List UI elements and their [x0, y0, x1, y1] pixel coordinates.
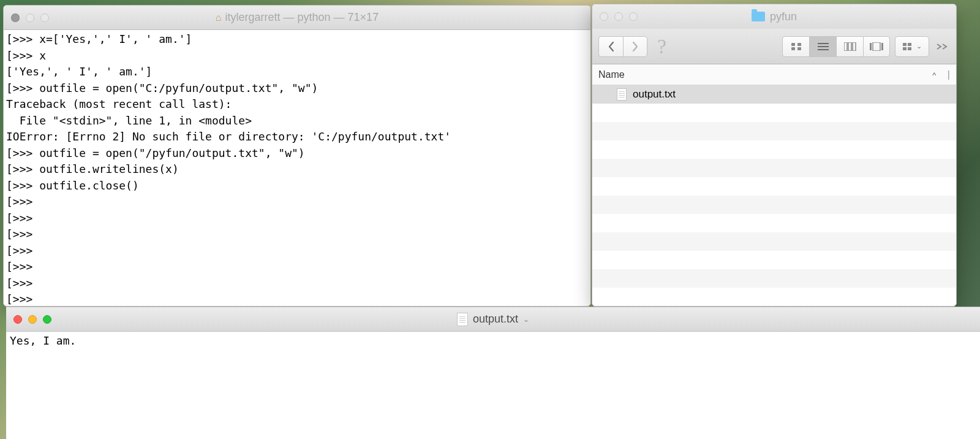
chevron-down-icon[interactable]: ⌄ — [523, 315, 529, 324]
forward-button[interactable] — [623, 36, 647, 57]
svg-rect-15 — [903, 47, 907, 50]
empty-row — [592, 232, 956, 251]
minimize-button[interactable] — [614, 12, 623, 21]
svg-rect-16 — [908, 47, 911, 50]
empty-row — [592, 104, 956, 122]
empty-row — [592, 122, 956, 140]
finder-title-text: pyfun — [770, 10, 797, 23]
terminal-body[interactable]: [>>> x=['Yes,',' I', ' am.'] [>>> x ['Ye… — [4, 30, 590, 306]
empty-row — [592, 177, 956, 196]
textedit-window: output.txt ⌄ Yes, I am. — [6, 307, 980, 439]
more-button[interactable] — [934, 36, 950, 57]
svg-rect-2 — [791, 47, 795, 50]
terminal-title-text: itylergarrett — python — 71×17 — [225, 11, 379, 24]
svg-rect-10 — [870, 43, 872, 50]
finder-column-header[interactable]: Name ^ | — [592, 64, 956, 85]
empty-row — [592, 269, 956, 288]
nav-group — [598, 36, 647, 57]
empty-row — [592, 214, 956, 232]
traffic-lights — [11, 13, 49, 22]
svg-rect-13 — [903, 43, 907, 46]
traffic-lights — [13, 315, 51, 324]
zoom-button[interactable] — [629, 12, 638, 21]
svg-rect-6 — [818, 49, 829, 50]
close-button[interactable] — [11, 13, 20, 22]
svg-rect-12 — [881, 43, 883, 50]
terminal-titlebar[interactable]: ⌂ itylergarrett — python — 71×17 — [4, 6, 590, 30]
file-row[interactable]: output.txt — [592, 85, 956, 104]
finder-titlebar[interactable]: pyfun — [592, 4, 956, 29]
close-button[interactable] — [600, 12, 608, 21]
home-icon: ⌂ — [216, 12, 222, 23]
svg-rect-9 — [853, 42, 856, 51]
file-name: output.txt — [633, 88, 676, 101]
terminal-window: ⌂ itylergarrett — python — 71×17 [>>> x=… — [3, 5, 591, 307]
terminal-title: ⌂ itylergarrett — python — 71×17 — [4, 11, 590, 24]
document-icon — [617, 88, 627, 101]
textedit-title-text: output.txt — [473, 313, 518, 326]
textedit-titlebar[interactable]: output.txt ⌄ — [6, 307, 980, 332]
view-mode-group — [782, 36, 890, 57]
textedit-body[interactable]: Yes, I am. — [6, 332, 980, 439]
svg-rect-1 — [797, 43, 801, 46]
traffic-lights — [600, 12, 638, 21]
textedit-content: Yes, I am. — [10, 334, 76, 347]
svg-rect-11 — [873, 42, 880, 51]
empty-row — [592, 159, 956, 177]
sort-indicator: ^ | — [932, 69, 950, 80]
document-icon — [457, 313, 468, 326]
arrange-button[interactable]: ⌄ — [895, 36, 929, 57]
svg-rect-5 — [818, 46, 829, 47]
svg-rect-8 — [848, 42, 851, 51]
svg-rect-0 — [791, 43, 795, 46]
column-view-button[interactable] — [836, 36, 863, 57]
minimize-button[interactable] — [26, 13, 34, 22]
svg-rect-3 — [797, 47, 801, 50]
zoom-button[interactable] — [43, 315, 51, 324]
finder-window: pyfun ? — [592, 4, 957, 307]
svg-rect-14 — [908, 43, 911, 46]
finder-toolbar: ? ⌄ — [592, 29, 956, 64]
empty-row — [592, 251, 956, 269]
empty-row — [592, 140, 956, 159]
list-view-button[interactable] — [809, 36, 836, 57]
svg-rect-7 — [844, 42, 847, 51]
name-column-label: Name — [598, 69, 625, 80]
zoom-button[interactable] — [40, 13, 49, 22]
folder-icon — [752, 12, 765, 21]
empty-row — [592, 196, 956, 214]
finder-title: pyfun — [592, 10, 956, 23]
icon-view-button[interactable] — [782, 36, 809, 57]
textedit-title: output.txt ⌄ — [6, 313, 980, 326]
finder-file-list[interactable]: output.txt — [592, 85, 956, 306]
gallery-view-button[interactable] — [863, 36, 890, 57]
help-icon[interactable]: ? — [657, 35, 666, 58]
back-button[interactable] — [598, 36, 623, 57]
svg-rect-4 — [818, 43, 829, 44]
close-button[interactable] — [13, 315, 22, 324]
minimize-button[interactable] — [28, 315, 37, 324]
